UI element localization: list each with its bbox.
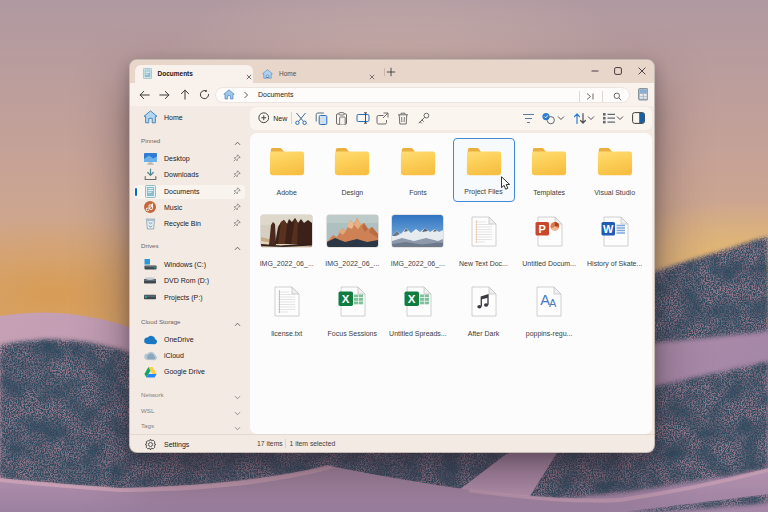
svg-text:X: X (342, 293, 350, 305)
svg-text:X: X (408, 293, 416, 305)
svg-text:P: P (539, 223, 546, 235)
svg-text:W: W (603, 223, 614, 235)
svg-text:A: A (549, 297, 557, 309)
